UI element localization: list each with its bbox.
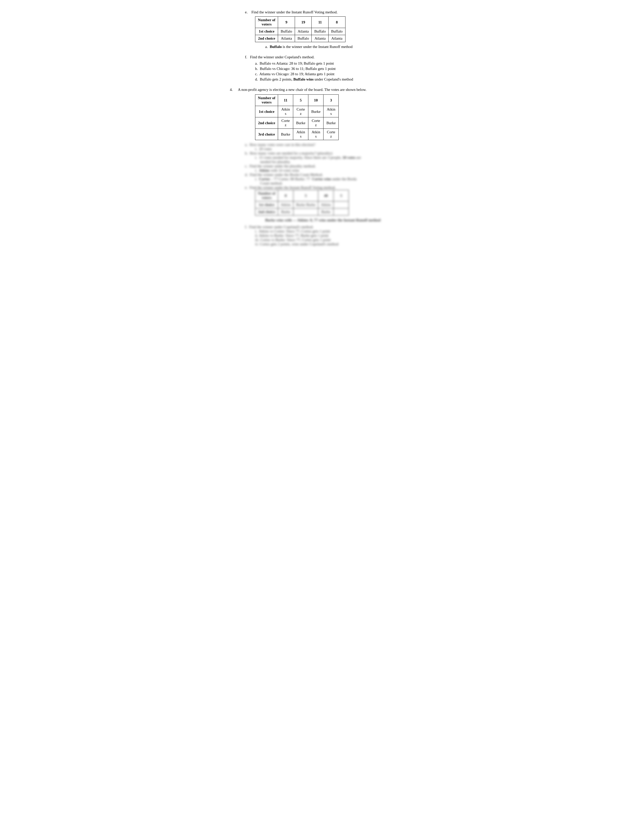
blurred-line-4b: needed for plurality. [260, 160, 414, 164]
blurred-line-7: d. Find the winner under the Borda Count… [245, 173, 414, 177]
table-1st-11: Buffalo [312, 28, 328, 35]
question-4: 4. A non-profit agency is electing a new… [230, 88, 414, 246]
table-col-11: 11 [312, 17, 328, 28]
q4-3rd-11: Burke [278, 129, 293, 140]
table-2nd-11: Atlanta [312, 35, 328, 42]
section-e-prefix: e. [245, 10, 251, 14]
q4-2nd-3: Burke [324, 117, 339, 129]
q4-3rd-label: 3rd choice [255, 129, 278, 140]
section-e-description: Find the winner under the Instant Runoff… [251, 10, 337, 14]
question-4-number: 4. [230, 88, 236, 92]
section-f-item-a: a. Buffalo vs Atlanta: 28 to 19; Buffalo… [255, 61, 414, 66]
table-col-8: 8 [328, 17, 346, 28]
blurred-2nd-40: Burke [318, 209, 333, 215]
blurred-1st-8: Atkins [278, 201, 293, 209]
blurred-copeland-section: f. Find the winner under Copeland's meth… [245, 225, 414, 246]
q4-col-5: 5 [293, 95, 308, 106]
blurred-col-5: 5 [293, 190, 318, 201]
question-4-header: 4. A non-profit agency is electing a new… [230, 88, 414, 92]
section-e-table-wrap: Number ofvoters 9 19 11 8 1st choice Buf… [255, 16, 414, 42]
blurred-header-label: Number ofvoters [255, 190, 278, 201]
blurred-cop-3: ii. Atkins vs Burke: Since 77; Burke get… [255, 233, 414, 238]
table-col-19: 19 [295, 17, 312, 28]
q4-1st-5: Cortez [293, 106, 308, 117]
blurred-2nd-5b [333, 209, 349, 215]
section-f-description: Find the winner under Copeland's method. [250, 55, 314, 59]
q4-col-3: 3 [324, 95, 339, 106]
section-f-label: f. Find the winner under Copeland's meth… [245, 55, 414, 60]
section-f-item-d: d. Buffalo gets 2 points, Buffalo wins u… [255, 77, 414, 82]
blurred-1st-5: Burke Burke [293, 201, 318, 209]
section-e-answer: a. Buffalo is the winner under the Insta… [265, 45, 414, 49]
blurred-line-8: i. Cortez – 77 Cortes: 88 Burke: 77 Cort… [255, 177, 414, 181]
blurred-cop-2: i. Atkins vs Cortez: Since 77; Cortez ge… [255, 229, 414, 233]
blurred-irv-note: Burke wins with — Atkins: 8, 77 wins und… [265, 218, 414, 222]
q4-2nd-label: 2nd choice [255, 117, 278, 129]
blurred-1st-5b [333, 201, 349, 209]
blurred-cop-1: f. Find the winner under Copeland's meth… [245, 225, 414, 229]
blurred-answers-section: a. How many votes were cast in this elec… [245, 143, 414, 190]
blurred-2nd-5 [293, 209, 318, 215]
blurred-col-8: 8 [278, 190, 293, 201]
table-row-2nd-label: 2nd choice [255, 35, 278, 42]
question-4-description: A non-profit agency is electing a new ch… [238, 88, 367, 92]
section-f-winner-bold: Buffalo wins [293, 77, 313, 81]
table-col-9: 9 [278, 17, 295, 28]
table-2nd-8: Atlanta [328, 35, 346, 42]
q4-col-10: 10 [308, 95, 324, 106]
blurred-line-3: b. How many votes are needed for a major… [245, 151, 414, 156]
blurred-1st-40: Atkins [318, 201, 333, 209]
table-1st-8: Buffalo [328, 28, 346, 35]
q4-header-label: Number ofvoters [255, 95, 278, 106]
blurred-irv-table: Number ofvoters 8 5 40 5 1st choice Atki… [255, 190, 349, 215]
table-2nd-19: Buffalo [295, 35, 312, 42]
section-e-table: Number ofvoters 9 19 11 8 1st choice Buf… [255, 16, 346, 42]
blurred-line-2: i. 29 votes [255, 147, 414, 151]
blurred-line-9: e. Find the winner under the Instant Run… [245, 185, 414, 190]
q4-1st-label: 1st choice [255, 106, 278, 117]
blurred-line-8b: Count method. [260, 181, 414, 185]
q4-2nd-11: Cortez [278, 117, 293, 129]
blurred-line-5: c. Find the winner under the plurality m… [245, 164, 414, 168]
blurred-2nd-label: 2nd choice [255, 209, 278, 215]
question-4-table-wrap: Number ofvoters 11 5 10 3 1st choice Atk… [255, 95, 414, 140]
section-f-item-b: b. Buffalo vs Chicago: 36 to 11; Buffalo… [255, 67, 414, 71]
blurred-col-5b: 5 [333, 190, 349, 201]
blurred-cop-4: iii. Cortez vs Burke: Since 77; Cortez g… [255, 238, 414, 242]
table-header-label: Number ofvoters [255, 17, 278, 28]
table-1st-9: Buffalo [278, 28, 295, 35]
q4-3rd-10: Atkins [308, 129, 324, 140]
blurred-line-4: i. 15 votes needed for majority, Since t… [255, 156, 414, 160]
blurred-line-6: i. Atkins with 14 votes wins [255, 168, 414, 173]
table-row-1st-label: 1st choice [255, 28, 278, 35]
blurred-1st-label: 1st choice [255, 201, 278, 209]
section-f: f. Find the winner under Copeland's meth… [230, 55, 414, 82]
section-e: e. Find the winner under the Instant Run… [230, 10, 414, 49]
blurred-line-1: a. How many votes were cast in this elec… [245, 143, 414, 147]
table-2nd-9: Atlanta [278, 35, 295, 42]
question-4-table: Number ofvoters 11 5 10 3 1st choice Atk… [255, 95, 339, 140]
q4-1st-3: Atkins [324, 106, 339, 117]
q4-1st-11: Atkins [278, 106, 293, 117]
section-e-label: e. Find the winner under the Instant Run… [245, 10, 414, 14]
blurred-col-40: 40 [318, 190, 333, 201]
blurred-2nd-8: Burke [278, 209, 293, 215]
q4-2nd-5: Burke [293, 117, 308, 129]
q4-3rd-5: Atkins [293, 129, 308, 140]
table-1st-19: Atlanta [295, 28, 312, 35]
blurred-table-wrap: Number ofvoters 8 5 40 5 1st choice Atki… [255, 190, 414, 215]
q4-3rd-3: Cortez [324, 129, 339, 140]
section-e-winner-bold: Buffalo [270, 45, 282, 49]
blurred-cop-5: iv. Cortez gets 2 points, wins under Cop… [255, 242, 414, 246]
section-f-item-c: c. Atlanta vs Chicago: 28 to 19; Atlanta… [255, 72, 414, 76]
q4-col-11: 11 [278, 95, 293, 106]
q4-2nd-10: Cortez [308, 117, 324, 129]
q4-1st-10: Burke [308, 106, 324, 117]
